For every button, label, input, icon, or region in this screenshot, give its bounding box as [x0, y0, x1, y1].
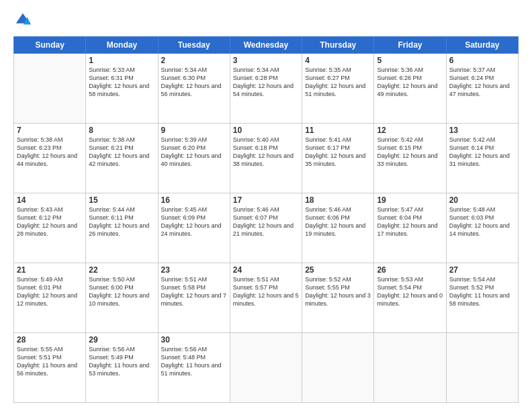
day-number: 20: [449, 195, 515, 205]
day-cell: 6Sunrise: 5:37 AMSunset: 6:24 PMDaylight…: [446, 54, 518, 124]
day-number: 24: [233, 265, 299, 275]
day-cell: 21Sunrise: 5:49 AMSunset: 6:01 PMDayligh…: [14, 263, 86, 333]
day-number: 23: [161, 265, 227, 275]
day-cell: 29Sunrise: 5:56 AMSunset: 5:49 PMDayligh…: [86, 333, 158, 403]
day-number: 16: [161, 195, 227, 205]
day-info: Sunrise: 5:43 AMSunset: 6:12 PMDaylight:…: [17, 205, 83, 238]
day-number: 12: [377, 126, 443, 135]
weekday-header-friday: Friday: [374, 37, 446, 54]
day-info: Sunrise: 5:56 AMSunset: 5:48 PMDaylight:…: [161, 345, 227, 378]
day-cell: 2Sunrise: 5:34 AMSunset: 6:30 PMDaylight…: [158, 54, 230, 124]
day-cell: 13Sunrise: 5:42 AMSunset: 6:14 PMDayligh…: [446, 124, 518, 193]
day-number: 17: [233, 195, 299, 205]
day-cell: 10Sunrise: 5:40 AMSunset: 6:18 PMDayligh…: [230, 124, 302, 193]
day-cell: 9Sunrise: 5:39 AMSunset: 6:20 PMDaylight…: [158, 124, 230, 193]
day-info: Sunrise: 5:56 AMSunset: 5:49 PMDaylight:…: [89, 345, 154, 378]
day-number: 22: [89, 265, 154, 275]
day-number: 8: [89, 126, 154, 135]
day-cell: 28Sunrise: 5:55 AMSunset: 5:51 PMDayligh…: [14, 333, 86, 403]
day-info: Sunrise: 5:52 AMSunset: 5:55 PMDaylight:…: [305, 275, 371, 308]
day-number: 7: [17, 126, 83, 135]
day-cell: 1Sunrise: 5:33 AMSunset: 6:31 PMDaylight…: [86, 54, 158, 124]
day-cell: [446, 333, 518, 403]
page: SundayMondayTuesdayWednesdayThursdayFrid…: [0, 0, 532, 411]
day-number: 1: [89, 56, 154, 65]
weekday-header-monday: Monday: [86, 37, 158, 54]
day-info: Sunrise: 5:55 AMSunset: 5:51 PMDaylight:…: [17, 345, 83, 378]
day-number: 9: [161, 126, 227, 135]
day-number: 18: [305, 195, 371, 205]
day-info: Sunrise: 5:50 AMSunset: 6:00 PMDaylight:…: [89, 275, 154, 308]
day-number: 6: [449, 56, 515, 65]
day-cell: 8Sunrise: 5:38 AMSunset: 6:21 PMDaylight…: [86, 124, 158, 193]
week-row-1: 1Sunrise: 5:33 AMSunset: 6:31 PMDaylight…: [14, 54, 519, 124]
logo: [13, 11, 35, 30]
day-cell: 4Sunrise: 5:35 AMSunset: 6:27 PMDaylight…: [302, 54, 374, 124]
day-number: 5: [377, 56, 443, 65]
day-number: 11: [305, 126, 371, 135]
week-row-3: 14Sunrise: 5:43 AMSunset: 6:12 PMDayligh…: [14, 193, 519, 263]
day-cell: 15Sunrise: 5:44 AMSunset: 6:11 PMDayligh…: [86, 193, 158, 263]
day-info: Sunrise: 5:39 AMSunset: 6:20 PMDaylight:…: [161, 136, 227, 169]
day-number: 21: [17, 265, 83, 275]
day-info: Sunrise: 5:40 AMSunset: 6:18 PMDaylight:…: [233, 136, 299, 169]
day-cell: 19Sunrise: 5:47 AMSunset: 6:04 PMDayligh…: [374, 193, 446, 263]
day-number: 4: [305, 56, 371, 65]
day-info: Sunrise: 5:36 AMSunset: 6:26 PMDaylight:…: [377, 66, 443, 99]
day-info: Sunrise: 5:51 AMSunset: 5:58 PMDaylight:…: [161, 275, 227, 308]
day-cell: 24Sunrise: 5:51 AMSunset: 5:57 PMDayligh…: [230, 263, 302, 333]
day-info: Sunrise: 5:46 AMSunset: 6:06 PMDaylight:…: [305, 205, 371, 238]
day-number: 2: [161, 56, 227, 65]
day-number: 19: [377, 195, 443, 205]
day-info: Sunrise: 5:47 AMSunset: 6:04 PMDaylight:…: [377, 205, 443, 238]
day-info: Sunrise: 5:49 AMSunset: 6:01 PMDaylight:…: [17, 275, 83, 308]
day-number: 10: [233, 126, 299, 135]
day-info: Sunrise: 5:33 AMSunset: 6:31 PMDaylight:…: [89, 66, 154, 99]
day-cell: [302, 333, 374, 403]
day-info: Sunrise: 5:42 AMSunset: 6:15 PMDaylight:…: [377, 136, 443, 169]
day-info: Sunrise: 5:54 AMSunset: 5:52 PMDaylight:…: [449, 275, 515, 308]
day-cell: [230, 333, 302, 403]
day-cell: 30Sunrise: 5:56 AMSunset: 5:48 PMDayligh…: [158, 333, 230, 403]
day-info: Sunrise: 5:41 AMSunset: 6:17 PMDaylight:…: [305, 136, 371, 169]
day-cell: 14Sunrise: 5:43 AMSunset: 6:12 PMDayligh…: [14, 193, 86, 263]
day-cell: 23Sunrise: 5:51 AMSunset: 5:58 PMDayligh…: [158, 263, 230, 333]
weekday-header-wednesday: Wednesday: [230, 37, 302, 54]
day-cell: 27Sunrise: 5:54 AMSunset: 5:52 PMDayligh…: [446, 263, 518, 333]
header: [13, 11, 519, 30]
day-cell: 12Sunrise: 5:42 AMSunset: 6:15 PMDayligh…: [374, 124, 446, 193]
day-info: Sunrise: 5:51 AMSunset: 5:57 PMDaylight:…: [233, 275, 299, 308]
day-cell: 5Sunrise: 5:36 AMSunset: 6:26 PMDaylight…: [374, 54, 446, 124]
day-number: 13: [449, 126, 515, 135]
day-info: Sunrise: 5:44 AMSunset: 6:11 PMDaylight:…: [89, 205, 154, 238]
day-cell: 7Sunrise: 5:38 AMSunset: 6:23 PMDaylight…: [14, 124, 86, 193]
day-info: Sunrise: 5:42 AMSunset: 6:14 PMDaylight:…: [449, 136, 515, 169]
week-row-2: 7Sunrise: 5:38 AMSunset: 6:23 PMDaylight…: [14, 124, 519, 193]
day-cell: 26Sunrise: 5:53 AMSunset: 5:54 PMDayligh…: [374, 263, 446, 333]
day-cell: 16Sunrise: 5:45 AMSunset: 6:09 PMDayligh…: [158, 193, 230, 263]
day-cell: 11Sunrise: 5:41 AMSunset: 6:17 PMDayligh…: [302, 124, 374, 193]
day-number: 14: [17, 195, 83, 205]
day-number: 3: [233, 56, 299, 65]
day-info: Sunrise: 5:35 AMSunset: 6:27 PMDaylight:…: [305, 66, 371, 99]
day-number: 30: [161, 335, 227, 345]
day-cell: 20Sunrise: 5:48 AMSunset: 6:03 PMDayligh…: [446, 193, 518, 263]
weekday-header-sunday: Sunday: [14, 37, 86, 54]
week-row-4: 21Sunrise: 5:49 AMSunset: 6:01 PMDayligh…: [14, 263, 519, 333]
day-number: 28: [17, 335, 83, 345]
day-cell: 17Sunrise: 5:46 AMSunset: 6:07 PMDayligh…: [230, 193, 302, 263]
day-cell: 3Sunrise: 5:34 AMSunset: 6:28 PMDaylight…: [230, 54, 302, 124]
week-row-5: 28Sunrise: 5:55 AMSunset: 5:51 PMDayligh…: [14, 333, 519, 403]
day-number: 27: [449, 265, 515, 275]
weekday-header-saturday: Saturday: [446, 37, 518, 54]
day-number: 29: [89, 335, 154, 345]
day-number: 15: [89, 195, 154, 205]
logo-icon: [13, 11, 32, 30]
day-cell: 18Sunrise: 5:46 AMSunset: 6:06 PMDayligh…: [302, 193, 374, 263]
day-number: 25: [305, 265, 371, 275]
day-info: Sunrise: 5:53 AMSunset: 5:54 PMDaylight:…: [377, 275, 443, 308]
calendar: SundayMondayTuesdayWednesdayThursdayFrid…: [13, 36, 519, 403]
day-info: Sunrise: 5:37 AMSunset: 6:24 PMDaylight:…: [449, 66, 515, 99]
day-info: Sunrise: 5:38 AMSunset: 6:23 PMDaylight:…: [17, 136, 83, 169]
day-cell: 22Sunrise: 5:50 AMSunset: 6:00 PMDayligh…: [86, 263, 158, 333]
